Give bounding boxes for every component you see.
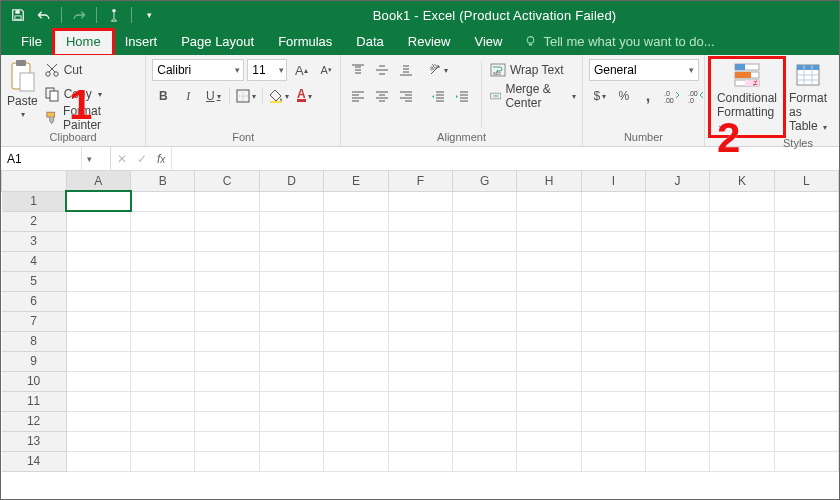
increase-decimal-button[interactable]: .0.00: [661, 85, 683, 107]
increase-indent-button[interactable]: [451, 85, 473, 107]
cancel-formula-icon[interactable]: ✕: [117, 152, 127, 166]
grow-font-button[interactable]: A▴: [290, 59, 312, 81]
cell[interactable]: [195, 431, 259, 451]
cell[interactable]: [131, 351, 195, 371]
cell[interactable]: [517, 451, 581, 471]
cell[interactable]: [774, 211, 838, 231]
cell[interactable]: [259, 391, 323, 411]
cell[interactable]: [710, 291, 774, 311]
cell[interactable]: [581, 211, 645, 231]
row-header[interactable]: 13: [2, 431, 67, 451]
cell[interactable]: [259, 251, 323, 271]
column-header[interactable]: I: [581, 171, 645, 191]
row-header[interactable]: 7: [2, 311, 67, 331]
column-header[interactable]: F: [388, 171, 452, 191]
align-left-button[interactable]: [347, 85, 369, 107]
column-header[interactable]: B: [131, 171, 195, 191]
cell[interactable]: [131, 371, 195, 391]
cell[interactable]: [517, 431, 581, 451]
cell[interactable]: [259, 291, 323, 311]
cell[interactable]: [259, 231, 323, 251]
cell[interactable]: [259, 411, 323, 431]
cell[interactable]: [517, 371, 581, 391]
cell[interactable]: [324, 251, 388, 271]
cell[interactable]: [66, 211, 130, 231]
cell[interactable]: [388, 411, 452, 431]
cell[interactable]: [66, 311, 130, 331]
enter-formula-icon[interactable]: ✓: [137, 152, 147, 166]
cell[interactable]: [131, 251, 195, 271]
undo-icon[interactable]: [35, 6, 53, 24]
cell[interactable]: [517, 331, 581, 351]
select-all-corner[interactable]: [2, 171, 67, 191]
cell[interactable]: [388, 191, 452, 211]
touch-mode-icon[interactable]: [105, 6, 123, 24]
cell[interactable]: [195, 231, 259, 251]
cell[interactable]: [710, 431, 774, 451]
cell[interactable]: [131, 431, 195, 451]
italic-button[interactable]: I: [177, 85, 199, 107]
row-header[interactable]: 4: [2, 251, 67, 271]
cell[interactable]: [259, 211, 323, 231]
insert-function-button[interactable]: fx: [157, 152, 165, 166]
cell[interactable]: [452, 191, 516, 211]
tab-formulas[interactable]: Formulas: [266, 30, 344, 55]
align-bottom-button[interactable]: [395, 59, 417, 81]
cell[interactable]: [195, 251, 259, 271]
cell[interactable]: [517, 291, 581, 311]
cell[interactable]: [195, 271, 259, 291]
cell[interactable]: [388, 391, 452, 411]
cell[interactable]: [774, 291, 838, 311]
cell[interactable]: [452, 391, 516, 411]
cell[interactable]: [710, 411, 774, 431]
cell[interactable]: [452, 331, 516, 351]
cell[interactable]: [131, 231, 195, 251]
cell[interactable]: [517, 271, 581, 291]
cell[interactable]: [645, 351, 709, 371]
cell[interactable]: [581, 391, 645, 411]
cell[interactable]: [66, 411, 130, 431]
cell[interactable]: [581, 231, 645, 251]
underline-button[interactable]: U▾: [202, 85, 224, 107]
paste-button[interactable]: Paste ▾: [7, 59, 38, 119]
cell[interactable]: [131, 411, 195, 431]
cell[interactable]: [388, 291, 452, 311]
cell[interactable]: [131, 391, 195, 411]
orientation-button[interactable]: ab▾: [427, 59, 449, 81]
cell[interactable]: [774, 311, 838, 331]
column-header[interactable]: H: [517, 171, 581, 191]
row-header[interactable]: 12: [2, 411, 67, 431]
chevron-down-icon[interactable]: ▾: [81, 147, 97, 170]
cell[interactable]: [195, 351, 259, 371]
cell[interactable]: [710, 231, 774, 251]
cell[interactable]: [710, 211, 774, 231]
cell[interactable]: [66, 371, 130, 391]
cell[interactable]: [259, 371, 323, 391]
cell[interactable]: [131, 311, 195, 331]
chevron-down-icon[interactable]: ▾: [686, 65, 698, 75]
cell[interactable]: [581, 411, 645, 431]
cell[interactable]: [645, 211, 709, 231]
cell[interactable]: [324, 451, 388, 471]
cell[interactable]: [581, 431, 645, 451]
align-top-button[interactable]: [347, 59, 369, 81]
cell[interactable]: [645, 311, 709, 331]
cell[interactable]: [195, 331, 259, 351]
cell[interactable]: [195, 211, 259, 231]
cell[interactable]: [645, 251, 709, 271]
row-header[interactable]: 10: [2, 371, 67, 391]
cell[interactable]: [388, 451, 452, 471]
cell[interactable]: [66, 191, 130, 211]
row-header[interactable]: 5: [2, 271, 67, 291]
column-header[interactable]: G: [452, 171, 516, 191]
cell[interactable]: [195, 371, 259, 391]
cell[interactable]: [259, 191, 323, 211]
cell[interactable]: [324, 311, 388, 331]
name-box-input[interactable]: [1, 152, 81, 166]
name-box[interactable]: ▾: [1, 147, 111, 170]
number-format-select[interactable]: ▾: [589, 59, 699, 81]
cell[interactable]: [645, 271, 709, 291]
cell[interactable]: [517, 211, 581, 231]
cell[interactable]: [259, 311, 323, 331]
cell[interactable]: [517, 311, 581, 331]
